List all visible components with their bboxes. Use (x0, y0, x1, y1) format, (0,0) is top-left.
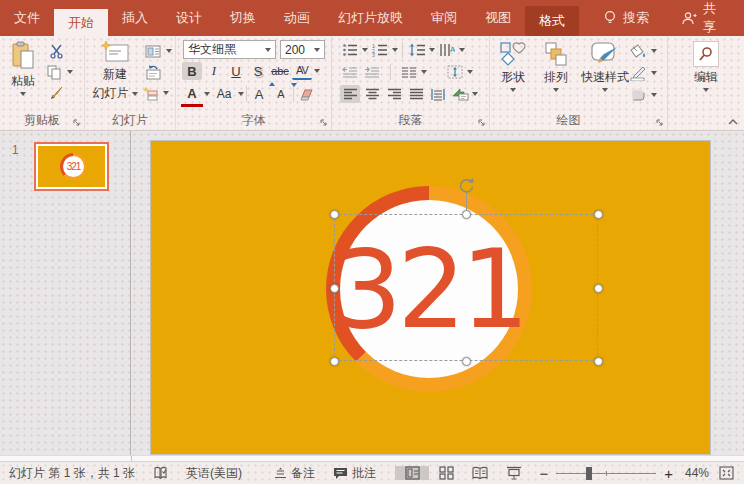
fit-to-window-button[interactable] (713, 462, 744, 484)
tab-insert[interactable]: 插入 (108, 0, 162, 36)
strikethrough-button[interactable]: abc (270, 62, 290, 80)
justify-button[interactable] (406, 85, 426, 103)
rotate-handle-icon[interactable] (458, 177, 475, 194)
font-dialog-launcher[interactable] (320, 119, 328, 127)
shape-effects-button[interactable] (628, 86, 648, 104)
spacing-dropdown-arrow[interactable] (314, 69, 320, 73)
resize-handle-bottom-left[interactable] (330, 357, 339, 366)
reset-slide-button[interactable] (143, 63, 163, 81)
zoom-slider-track[interactable] (556, 467, 656, 480)
section-button[interactable] (140, 84, 160, 102)
numbering-dropdown-arrow[interactable] (392, 48, 398, 52)
clipboard-dialog-launcher[interactable] (73, 119, 81, 127)
quick-styles-button[interactable]: 快速样式 (578, 41, 632, 92)
collapse-ribbon-button[interactable] (728, 119, 738, 125)
character-spacing-button[interactable]: AV (292, 62, 312, 80)
font-color-dropdown-arrow[interactable] (204, 92, 210, 96)
resize-handle-top-right[interactable] (594, 210, 603, 219)
tab-review[interactable]: 审阅 (417, 0, 471, 36)
slide-layout-button[interactable] (143, 42, 163, 60)
slide[interactable]: 321 (150, 140, 711, 455)
shape-outline-button[interactable] (628, 64, 648, 82)
bullets-dropdown-arrow[interactable] (362, 48, 368, 52)
resize-handle-mid-left[interactable] (330, 284, 339, 293)
notes-toggle[interactable]: 备注 (265, 462, 324, 484)
resize-handle-top-center[interactable] (462, 210, 471, 219)
align-right-button[interactable] (384, 85, 404, 103)
zoom-in-button[interactable]: + (664, 467, 673, 480)
increase-indent-button[interactable] (362, 63, 382, 81)
arrange-dropdown-arrow[interactable] (553, 88, 559, 92)
smartart-dropdown-arrow[interactable] (472, 92, 478, 96)
paste-dropdown-arrow[interactable] (20, 92, 26, 96)
language-selector[interactable]: 英语(美国) (177, 462, 251, 484)
tab-slideshow[interactable]: 幻灯片放映 (324, 0, 417, 36)
change-case-dropdown-arrow[interactable] (238, 92, 244, 96)
arrange-button[interactable]: 排列 (538, 41, 574, 92)
font-size-combo[interactable]: 200 (280, 40, 325, 59)
tab-view[interactable]: 视图 (471, 0, 525, 36)
slideshow-view-button[interactable] (497, 466, 531, 480)
zoom-out-button[interactable]: − (539, 467, 548, 480)
clear-formatting-button[interactable] (296, 85, 316, 103)
selection-bounding-box[interactable] (334, 214, 598, 361)
numbering-button[interactable]: 123 (370, 41, 390, 59)
change-case-button[interactable]: Aa (212, 85, 236, 103)
tab-home[interactable]: 开始 (54, 9, 108, 36)
tab-format[interactable]: 格式 (525, 6, 579, 36)
cut-button[interactable] (46, 42, 66, 60)
shape-effects-dropdown-arrow[interactable] (651, 93, 657, 97)
resize-handle-top-left[interactable] (330, 210, 339, 219)
align-text-dropdown-arrow[interactable] (467, 70, 473, 74)
tab-animations[interactable]: 动画 (270, 0, 324, 36)
decrease-font-button[interactable]: A (271, 85, 291, 103)
font-name-combo[interactable]: 华文细黑 (183, 40, 276, 59)
shapes-button[interactable]: 形状 (496, 41, 530, 92)
slide-1-thumbnail[interactable]: 321 (34, 142, 109, 191)
search-box[interactable]: 搜索 (589, 0, 663, 36)
tab-design[interactable]: 设计 (162, 0, 216, 36)
align-center-button[interactable] (362, 85, 382, 103)
tab-file[interactable]: 文件 (0, 0, 54, 36)
text-direction-dropdown-arrow[interactable] (459, 48, 465, 52)
tab-transitions[interactable]: 切换 (216, 0, 270, 36)
comments-toggle[interactable]: 批注 (324, 462, 385, 484)
reading-view-button[interactable] (463, 466, 497, 480)
editing-button[interactable]: 编辑 (686, 41, 726, 92)
font-color-button[interactable]: A (182, 85, 202, 103)
decrease-indent-button[interactable] (340, 63, 360, 81)
align-left-button[interactable] (340, 85, 360, 103)
accessibility-checker[interactable] (144, 462, 177, 484)
resize-handle-mid-right[interactable] (594, 284, 603, 293)
distribute-columns-button[interactable] (428, 85, 448, 103)
align-text-button[interactable] (445, 63, 465, 81)
zoom-slider-thumb[interactable] (586, 467, 592, 480)
section-dropdown-arrow[interactable] (163, 91, 169, 95)
drawing-dialog-launcher[interactable] (656, 119, 664, 127)
new-slide-dropdown-arrow[interactable] (132, 92, 138, 96)
shape-outline-dropdown-arrow[interactable] (651, 71, 657, 75)
slide-sorter-view-button[interactable] (429, 466, 463, 480)
convert-smartart-button[interactable] (450, 85, 470, 103)
zoom-percentage[interactable]: 44% (681, 462, 713, 484)
normal-view-button[interactable] (395, 466, 429, 480)
copy-button[interactable] (44, 63, 64, 81)
editing-dropdown-arrow[interactable] (703, 88, 709, 92)
shape-fill-dropdown-arrow[interactable] (651, 49, 657, 53)
increase-font-button[interactable]: A (249, 85, 269, 103)
copy-dropdown-arrow[interactable] (67, 70, 73, 74)
new-slide-button[interactable]: 新建 幻灯片 (91, 40, 139, 102)
quick-styles-dropdown-arrow[interactable] (602, 88, 608, 92)
underline-button[interactable]: U (226, 62, 246, 80)
bullets-button[interactable] (340, 41, 360, 59)
italic-button[interactable]: I (204, 62, 224, 80)
format-painter-button[interactable] (46, 83, 66, 101)
resize-handle-bottom-center[interactable] (462, 357, 471, 366)
paragraph-dialog-launcher[interactable] (478, 119, 486, 127)
layout-dropdown-arrow[interactable] (166, 49, 172, 53)
share-button[interactable]: 共享 (663, 0, 744, 36)
columns-button[interactable] (399, 63, 419, 81)
paste-button[interactable]: 粘贴 (5, 41, 41, 96)
text-shadow-button[interactable]: S (248, 62, 268, 80)
line-spacing-button[interactable] (407, 41, 427, 59)
